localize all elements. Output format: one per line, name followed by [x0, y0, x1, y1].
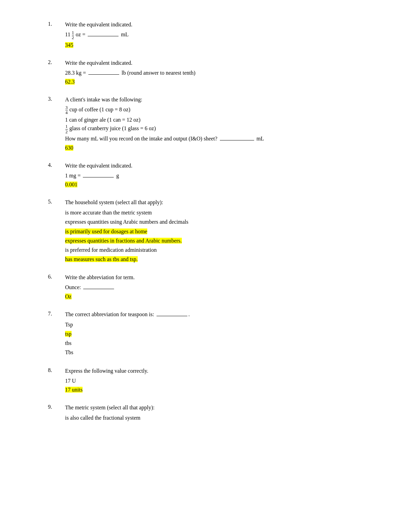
question-6: 6. Write the abbreviation for term. Ounc… [48, 273, 370, 301]
q2-answer: 62.3 [65, 78, 370, 86]
q8-content: Express the following value correctly. 1… [65, 367, 370, 394]
q3-text: A client's intake was the following: [65, 96, 370, 104]
q8-answer-text: 17 units [65, 387, 83, 393]
q4-answer: 0.001 [65, 181, 370, 189]
question-4: 4. Write the equivalent indicated. 1 mg … [48, 162, 370, 189]
q3-content: A client's intake was the following: 34 … [65, 96, 370, 152]
q5-content: The household system (select all that ap… [65, 198, 370, 264]
q1-content: Write the equivalent indicated. 11 12 oz… [65, 21, 370, 49]
q1-answer-text: 345 [65, 42, 73, 48]
q5-option-5: is preferred for medication administrati… [65, 245, 370, 255]
q1-sub: 11 12 oz = mL [65, 30, 370, 40]
question-7: 7. The correct abbreviation for teaspoon… [48, 310, 370, 357]
question-list: 1. Write the equivalent indicated. 11 12… [48, 21, 370, 422]
q4-answer-text: 0.001 [65, 182, 77, 187]
q7-number: 7. [48, 310, 65, 357]
q6-sub: Ounce: [65, 283, 370, 292]
q3-line3: 12 glass of cranberry juice (1 glass = 6… [65, 124, 370, 134]
q7-option-3: tbs [65, 338, 370, 348]
q2-number: 2. [48, 59, 65, 86]
question-1: 1. Write the equivalent indicated. 11 12… [48, 21, 370, 49]
q8-answer: 17 units [65, 386, 370, 394]
q9-content: The metric system (select all that apply… [65, 404, 370, 422]
q9-number: 9. [48, 404, 65, 422]
q6-answer: Oz [65, 293, 370, 301]
question-3: 3. A client's intake was the following: … [48, 96, 370, 152]
q5-option-3: is primarily used for dosages at home [65, 227, 370, 236]
q4-text: Write the equivalent indicated. [65, 162, 370, 170]
q1-text: Write the equivalent indicated. [65, 21, 370, 29]
q6-number: 6. [48, 273, 65, 301]
question-8: 8. Express the following value correctly… [48, 367, 370, 394]
q5-option-2: expresses quantities using Arabic number… [65, 217, 370, 226]
q5-text: The household system (select all that ap… [65, 198, 370, 207]
q7-options: Tsp tsp tbs Tbs [65, 320, 370, 357]
q6-answer-text: Oz [65, 294, 72, 299]
q5-option-6: has measures such as tbs and tsp. [65, 255, 370, 264]
q2-sub: 28.3 kg = lb (round answer to nearest te… [65, 69, 370, 77]
q7-content: The correct abbreviation for teaspoon is… [65, 310, 370, 357]
q9-text: The metric system (select all that apply… [65, 404, 370, 412]
q9-option-1: is also called the fractional system [65, 413, 370, 422]
q3-line4: How many mL will you record on the intak… [65, 134, 370, 143]
q6-content: Write the abbreviation for term. Ounce: … [65, 273, 370, 301]
q2-content: Write the equivalent indicated. 28.3 kg … [65, 59, 370, 86]
q1-answer: 345 [65, 41, 370, 49]
q5-options: is more accurate than the metric system … [65, 208, 370, 264]
q3-number: 3. [48, 96, 65, 152]
q6-text: Write the abbreviation for term. [65, 273, 370, 282]
question-5: 5. The household system (select all that… [48, 198, 370, 264]
question-9: 9. The metric system (select all that ap… [48, 404, 370, 422]
q3-answer-text: 630 [65, 145, 73, 151]
q7-option-4: Tbs [65, 348, 370, 357]
q3-answer: 630 [65, 144, 370, 152]
q2-answer-text: 62.3 [65, 79, 75, 85]
q4-content: Write the equivalent indicated. 1 mg = g… [65, 162, 370, 189]
q1-number: 1. [48, 21, 65, 49]
q9-options: is also called the fractional system [65, 413, 370, 422]
q7-option-1: Tsp [65, 320, 370, 329]
q3-line1: 34 cup of coffee (1 cup = 8 oz) [65, 105, 370, 115]
q8-sub: 17 U [65, 376, 370, 385]
q5-option-1: is more accurate than the metric system [65, 208, 370, 217]
q7-text: The correct abbreviation for teaspoon is… [65, 310, 370, 319]
q3-line2: 1 can of ginger ale (1 can = 12 oz) [65, 115, 370, 124]
q5-number: 5. [48, 198, 65, 264]
q5-option-4: expresses quantities in fractions and Ar… [65, 236, 370, 245]
q4-sub: 1 mg = g [65, 171, 370, 180]
q7-option-2: tsp [65, 329, 370, 338]
q4-number: 4. [48, 162, 65, 189]
question-2: 2. Write the equivalent indicated. 28.3 … [48, 59, 370, 86]
q8-number: 8. [48, 367, 65, 394]
q2-text: Write the equivalent indicated. [65, 59, 370, 67]
q8-text: Express the following value correctly. [65, 367, 370, 375]
